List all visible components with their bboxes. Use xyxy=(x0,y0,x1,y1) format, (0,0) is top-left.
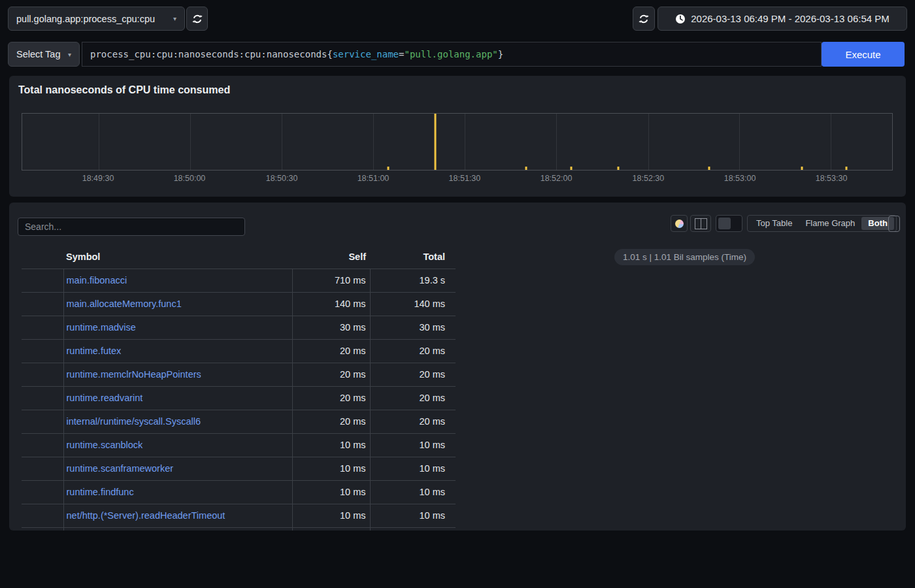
query-label-key: service_name xyxy=(333,49,399,59)
symbol-cell: internal/runtime/syscall.Syscall6 xyxy=(63,410,292,433)
self-column-header[interactable]: Self xyxy=(292,245,370,269)
color-column-header xyxy=(22,245,63,269)
empty-cell xyxy=(292,527,370,531)
toggle-knob-icon xyxy=(718,218,731,229)
query-label-value: "pull.golang.app" xyxy=(404,49,497,59)
query-prefix: process_cpu:cpu:nanoseconds:cpu:nanoseco… xyxy=(90,49,333,59)
row-color-cell xyxy=(22,339,63,363)
search-input[interactable] xyxy=(18,218,245,236)
empty-cell xyxy=(63,527,292,531)
export-button[interactable] xyxy=(888,216,900,232)
row-color-cell xyxy=(22,504,63,527)
self-cell: 30 ms xyxy=(292,316,370,339)
self-cell: 10 ms xyxy=(292,457,370,480)
self-cell: 20 ms xyxy=(292,386,370,410)
query-input[interactable]: process_cpu:cpu:nanoseconds:cpu:nanoseco… xyxy=(82,42,822,67)
self-cell: 710 ms xyxy=(292,269,370,292)
symbol-link[interactable]: runtime.scanblock xyxy=(67,440,143,450)
execute-button[interactable]: Execute xyxy=(822,42,905,67)
time-range-label: 2026-03-13 06:49 PM - 2026-03-13 06:54 P… xyxy=(691,13,890,24)
total-column-header[interactable]: Total xyxy=(370,245,456,269)
row-color-cell xyxy=(22,457,63,480)
self-cell: 20 ms xyxy=(292,339,370,363)
row-color-cell xyxy=(22,363,63,386)
symbol-cell: net/http.(*Server).readHeaderTimeout xyxy=(63,504,292,527)
symbol-link[interactable]: runtime.futex xyxy=(67,346,122,356)
axis-tick-label: 18:53:30 xyxy=(816,174,848,183)
row-color-cell xyxy=(22,316,63,339)
table-header-row: Symbol Self Total xyxy=(22,245,456,269)
chevron-down-icon: ▾ xyxy=(173,15,176,22)
self-cell: 140 ms xyxy=(292,292,370,316)
event-marker xyxy=(388,167,390,170)
palette-circle-icon xyxy=(675,220,684,228)
chevron-down-icon: ▾ xyxy=(68,51,71,58)
table-row: runtime.readvarint20 ms20 ms xyxy=(22,386,456,410)
table-row: net/http.(*Server).readHeaderTimeout10 m… xyxy=(22,504,456,527)
total-cell: 20 ms xyxy=(370,363,456,386)
split-panes-button[interactable] xyxy=(690,215,711,232)
gridline xyxy=(282,114,282,170)
view-mode-option-flame-graph[interactable]: Flame Graph xyxy=(799,217,861,230)
clock-icon xyxy=(675,14,686,24)
total-cell: 20 ms xyxy=(370,410,456,433)
symbol-link[interactable]: internal/runtime/syscall.Syscall6 xyxy=(67,416,201,427)
table-row-clipped xyxy=(22,527,456,531)
table-row: main.allocateMemory.func1140 ms140 ms xyxy=(22,292,456,316)
top-table: Symbol Self Total main.fibonacci710 ms19… xyxy=(22,245,456,531)
pyroscope-app: pull.golang.app:process_cpu:cpu ▾ xyxy=(0,0,915,588)
refresh-apps-button[interactable] xyxy=(186,7,208,31)
gridline xyxy=(556,114,557,170)
self-cell: 10 ms xyxy=(292,433,370,457)
total-cell: 140 ms xyxy=(370,292,456,316)
axis-tick-label: 18:51:30 xyxy=(449,174,481,183)
axis-tick-label: 18:53:00 xyxy=(724,174,756,183)
symbol-link[interactable]: runtime.madvise xyxy=(67,322,136,333)
gridline xyxy=(465,114,465,170)
samples-badge: 1.01 s | 1.01 Bil samples (Time) xyxy=(614,249,755,265)
timeline-panel: Total nanoseconds of CPU time consumed 1… xyxy=(9,76,906,197)
select-tag-dropdown[interactable]: Select Tag ▾ xyxy=(8,42,80,67)
axis-tick-label: 18:50:00 xyxy=(174,174,206,183)
gridline xyxy=(373,114,374,170)
application-selector-dropdown[interactable]: pull.golang.app:process_cpu:cpu ▾ xyxy=(8,7,185,31)
total-cell: 10 ms xyxy=(370,504,456,527)
table-row: runtime.findfunc10 ms10 ms xyxy=(22,480,456,504)
symbol-link[interactable]: net/http.(*Server).readHeaderTimeout xyxy=(67,510,225,521)
symbol-link[interactable]: runtime.memclrNoHeapPointers xyxy=(67,369,201,380)
row-color-cell xyxy=(22,269,63,292)
selection-marker[interactable] xyxy=(435,114,437,170)
view-mode-option-top-table[interactable]: Top Table xyxy=(750,217,799,230)
timeline-plot[interactable] xyxy=(22,113,893,171)
axis-tick-label: 18:52:30 xyxy=(633,174,665,183)
color-palette-toggle-button[interactable] xyxy=(671,215,688,232)
symbol-column-header[interactable]: Symbol xyxy=(63,245,292,269)
symbol-cell: runtime.findfunc xyxy=(63,480,292,504)
row-color-cell xyxy=(22,386,63,410)
time-range-picker-button[interactable]: 2026-03-13 06:49 PM - 2026-03-13 06:54 P… xyxy=(657,7,907,31)
symbol-link[interactable]: runtime.findfunc xyxy=(67,487,134,497)
symbol-link[interactable]: main.fibonacci xyxy=(67,275,127,286)
gridline xyxy=(99,114,99,170)
table-row: internal/runtime/syscall.Syscall620 ms20… xyxy=(22,410,456,433)
gridline xyxy=(831,114,831,170)
row-color-cell xyxy=(22,410,63,433)
row-color-cell xyxy=(22,292,63,316)
symbol-link[interactable]: main.allocateMemory.func1 xyxy=(67,299,182,309)
table-row: runtime.scanframeworker10 ms10 ms xyxy=(22,457,456,480)
event-marker xyxy=(801,167,803,170)
table-row: runtime.memclrNoHeapPointers20 ms20 ms xyxy=(22,363,456,386)
symbol-link[interactable]: runtime.readvarint xyxy=(67,393,143,403)
table-row: runtime.scanblock10 ms10 ms xyxy=(22,433,456,457)
symbol-link[interactable]: runtime.scanframeworker xyxy=(67,463,174,474)
event-marker xyxy=(617,167,619,170)
axis-tick-label: 18:50:30 xyxy=(266,174,298,183)
refresh-icon xyxy=(192,14,203,24)
sandwich-view-toggle[interactable] xyxy=(716,215,742,232)
self-cell: 10 ms xyxy=(292,504,370,527)
self-cell: 10 ms xyxy=(292,480,370,504)
row-color-cell xyxy=(22,480,63,504)
refresh-data-button[interactable] xyxy=(633,7,655,31)
query-suffix: } xyxy=(498,49,503,59)
empty-cell xyxy=(22,527,63,531)
